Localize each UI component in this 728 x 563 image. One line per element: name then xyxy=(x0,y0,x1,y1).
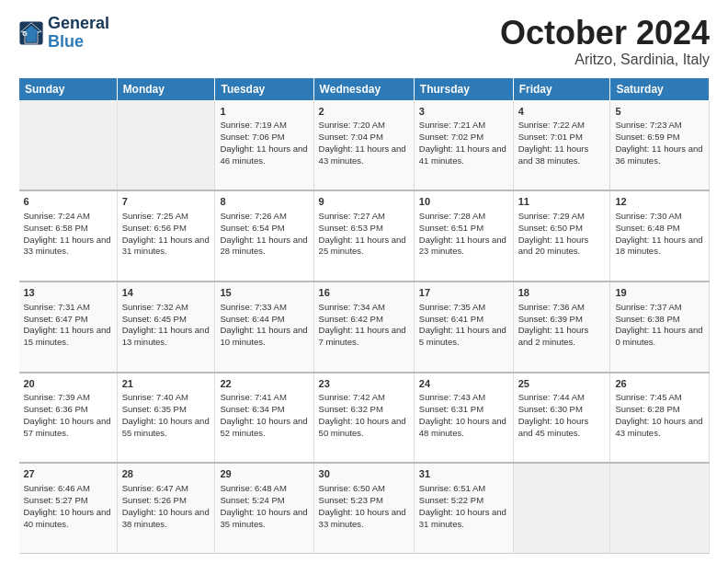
sunrise-text: Sunrise: 7:43 AM xyxy=(419,392,485,402)
day-number: 17 xyxy=(419,286,508,300)
sunset-text: Sunset: 6:47 PM xyxy=(24,314,88,324)
sunset-text: Sunset: 5:23 PM xyxy=(319,495,383,505)
sunrise-text: Sunrise: 6:51 AM xyxy=(419,483,485,493)
sunset-text: Sunset: 6:59 PM xyxy=(615,132,679,142)
day-number: 25 xyxy=(518,377,606,391)
day-number: 9 xyxy=(319,195,409,209)
day-cell: 22Sunrise: 7:41 AMSunset: 6:34 PMDayligh… xyxy=(215,373,313,464)
day-cell: 15Sunrise: 7:33 AMSunset: 6:44 PMDayligh… xyxy=(215,282,313,373)
sunrise-text: Sunrise: 7:33 AM xyxy=(220,302,286,312)
day-number: 3 xyxy=(419,105,508,119)
daylight-text: Daylight: 11 hours and 43 minutes. xyxy=(319,144,406,166)
daylight-text: Daylight: 11 hours and 38 minutes. xyxy=(518,144,589,166)
day-number: 15 xyxy=(220,286,308,300)
week-row-4: 20Sunrise: 7:39 AMSunset: 6:36 PMDayligh… xyxy=(19,373,710,464)
day-number: 11 xyxy=(518,195,606,209)
header: G General Blue October 2024 Aritzo, Sard… xyxy=(18,15,710,68)
daylight-text: Daylight: 10 hours and 57 minutes. xyxy=(24,416,111,438)
sunrise-text: Sunrise: 7:36 AM xyxy=(518,302,585,312)
day-cell: 9Sunrise: 7:27 AMSunset: 6:53 PMDaylight… xyxy=(313,190,414,282)
calendar-table: SundayMondayTuesdayWednesdayThursdayFrid… xyxy=(18,77,710,554)
day-number: 24 xyxy=(419,377,508,391)
day-number: 27 xyxy=(24,467,112,481)
day-cell: 13Sunrise: 7:31 AMSunset: 6:47 PMDayligh… xyxy=(19,282,118,373)
daylight-text: Daylight: 11 hours and 10 minutes. xyxy=(220,325,307,347)
sunrise-text: Sunrise: 6:48 AM xyxy=(220,483,286,493)
day-cell: 11Sunrise: 7:29 AMSunset: 6:50 PMDayligh… xyxy=(513,190,610,282)
day-cell: 2Sunrise: 7:20 AMSunset: 7:04 PMDaylight… xyxy=(313,100,414,190)
sunset-text: Sunset: 6:56 PM xyxy=(122,223,187,233)
day-cell: 19Sunrise: 7:37 AMSunset: 6:38 PMDayligh… xyxy=(610,282,710,373)
day-cell: 16Sunrise: 7:34 AMSunset: 6:42 PMDayligh… xyxy=(313,282,414,373)
daylight-text: Daylight: 10 hours and 38 minutes. xyxy=(122,507,210,529)
daylight-text: Daylight: 11 hours and 36 minutes. xyxy=(615,144,702,166)
sunset-text: Sunset: 5:22 PM xyxy=(419,495,483,505)
daylight-text: Daylight: 11 hours and 25 minutes. xyxy=(319,235,406,257)
daylight-text: Daylight: 11 hours and 13 minutes. xyxy=(122,325,210,347)
sunrise-text: Sunrise: 7:29 AM xyxy=(518,211,585,221)
logo-line1: General xyxy=(48,15,109,33)
sunrise-text: Sunrise: 7:22 AM xyxy=(518,120,585,130)
day-cell: 17Sunrise: 7:35 AMSunset: 6:41 PMDayligh… xyxy=(414,282,513,373)
col-header-wednesday: Wednesday xyxy=(313,77,414,100)
daylight-text: Daylight: 10 hours and 55 minutes. xyxy=(122,416,210,438)
col-header-tuesday: Tuesday xyxy=(215,77,313,100)
sunset-text: Sunset: 5:24 PM xyxy=(220,495,284,505)
sunrise-text: Sunrise: 7:31 AM xyxy=(24,302,90,312)
day-cell: 12Sunrise: 7:30 AMSunset: 6:48 PMDayligh… xyxy=(610,190,710,282)
day-number: 14 xyxy=(122,286,210,300)
svg-text:G: G xyxy=(22,30,28,37)
sunrise-text: Sunrise: 7:32 AM xyxy=(122,302,188,312)
daylight-text: Daylight: 10 hours and 31 minutes. xyxy=(419,507,506,529)
day-number: 13 xyxy=(24,286,112,300)
sunset-text: Sunset: 6:50 PM xyxy=(518,223,583,233)
day-cell: 24Sunrise: 7:43 AMSunset: 6:31 PMDayligh… xyxy=(414,373,513,464)
daylight-text: Daylight: 11 hours and 28 minutes. xyxy=(220,235,307,257)
day-number: 5 xyxy=(615,105,704,119)
sunrise-text: Sunrise: 7:24 AM xyxy=(24,211,90,221)
day-cell: 3Sunrise: 7:21 AMSunset: 7:02 PMDaylight… xyxy=(414,100,513,190)
daylight-text: Daylight: 11 hours and 15 minutes. xyxy=(24,325,111,347)
day-number: 16 xyxy=(319,286,409,300)
day-cell: 18Sunrise: 7:36 AMSunset: 6:39 PMDayligh… xyxy=(513,282,610,373)
sunset-text: Sunset: 6:54 PM xyxy=(220,223,284,233)
page: G General Blue October 2024 Aritzo, Sard… xyxy=(0,0,728,563)
sunset-text: Sunset: 6:42 PM xyxy=(319,314,383,324)
sunset-text: Sunset: 5:27 PM xyxy=(24,495,88,505)
sunrise-text: Sunrise: 7:45 AM xyxy=(615,392,681,402)
day-number: 8 xyxy=(220,195,308,209)
day-number: 21 xyxy=(122,377,210,391)
day-cell: 20Sunrise: 7:39 AMSunset: 6:36 PMDayligh… xyxy=(19,373,118,464)
day-cell: 21Sunrise: 7:40 AMSunset: 6:35 PMDayligh… xyxy=(117,373,215,464)
sunset-text: Sunset: 5:26 PM xyxy=(122,495,187,505)
day-number: 20 xyxy=(24,377,112,391)
day-cell xyxy=(117,100,215,190)
daylight-text: Daylight: 11 hours and 18 minutes. xyxy=(615,235,702,257)
day-number: 23 xyxy=(319,377,409,391)
day-cell: 27Sunrise: 6:46 AMSunset: 5:27 PMDayligh… xyxy=(19,463,118,553)
daylight-text: Daylight: 11 hours and 20 minutes. xyxy=(518,235,589,257)
sunrise-text: Sunrise: 7:44 AM xyxy=(518,392,585,402)
sunset-text: Sunset: 6:28 PM xyxy=(615,404,679,414)
daylight-text: Daylight: 11 hours and 31 minutes. xyxy=(122,235,210,257)
day-number: 29 xyxy=(220,467,308,481)
sunrise-text: Sunrise: 7:42 AM xyxy=(319,392,385,402)
sunset-text: Sunset: 7:02 PM xyxy=(419,132,483,142)
col-header-friday: Friday xyxy=(513,77,610,100)
sunrise-text: Sunrise: 7:21 AM xyxy=(419,120,485,130)
sunset-text: Sunset: 6:48 PM xyxy=(615,223,679,233)
daylight-text: Daylight: 11 hours and 46 minutes. xyxy=(220,144,307,166)
sunset-text: Sunset: 6:31 PM xyxy=(419,404,483,414)
day-number: 10 xyxy=(419,195,508,209)
sunset-text: Sunset: 6:38 PM xyxy=(615,314,679,324)
day-cell: 23Sunrise: 7:42 AMSunset: 6:32 PMDayligh… xyxy=(313,373,414,464)
daylight-text: Daylight: 10 hours and 45 minutes. xyxy=(518,416,589,438)
day-number: 12 xyxy=(615,195,704,209)
day-cell: 28Sunrise: 6:47 AMSunset: 5:26 PMDayligh… xyxy=(117,463,215,553)
sunrise-text: Sunrise: 7:41 AM xyxy=(220,392,286,402)
week-row-3: 13Sunrise: 7:31 AMSunset: 6:47 PMDayligh… xyxy=(19,282,710,373)
day-number: 7 xyxy=(122,195,210,209)
daylight-text: Daylight: 10 hours and 50 minutes. xyxy=(319,416,406,438)
day-number: 2 xyxy=(319,105,409,119)
sunrise-text: Sunrise: 7:27 AM xyxy=(319,211,385,221)
